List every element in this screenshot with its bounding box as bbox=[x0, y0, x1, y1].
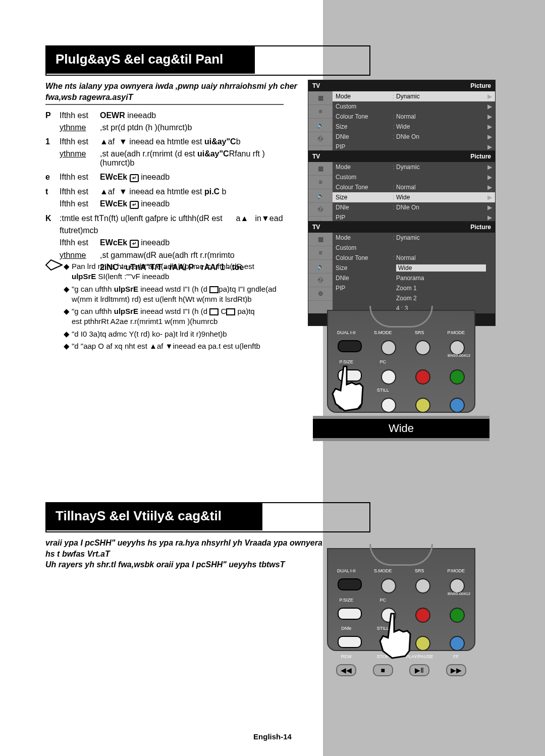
green-button[interactable] bbox=[450, 369, 465, 385]
dual-button[interactable] bbox=[338, 578, 362, 590]
section1-title-bar: Plulg&ayS &el cag&til Panl bbox=[45, 45, 368, 74]
smode-button[interactable] bbox=[381, 578, 396, 593]
speaker-icon: 🔈 bbox=[308, 119, 333, 132]
ff-button[interactable]: ▶▶ bbox=[446, 664, 466, 676]
triangle-up-icon bbox=[100, 137, 108, 146]
section1-title: Plulg&ayS &el cag&til Panl bbox=[45, 45, 368, 73]
pc-button[interactable] bbox=[381, 369, 396, 385]
dnle-button[interactable] bbox=[338, 636, 362, 648]
rew-button[interactable]: ◀◀ bbox=[336, 664, 356, 676]
section2-title: TillnayS &el Vtiily& cag&til bbox=[45, 502, 368, 530]
stop-button[interactable]: ■ bbox=[373, 664, 393, 676]
remote-control-2: DUAL I-IIS.MODESRSP.MODE BN59-00412 P.SI… bbox=[327, 548, 475, 651]
yellow-button[interactable] bbox=[415, 636, 430, 651]
smode-button[interactable] bbox=[381, 340, 396, 355]
play-button[interactable]: ▶Ⅱ bbox=[409, 664, 429, 676]
notes-block: ◆Pan lrd rmha hte estht aue(adh h(pumc i… bbox=[45, 259, 287, 353]
step-1: 1 Ifthh est af ineead ea htmtle est ui&a… bbox=[45, 137, 288, 146]
bars-icon: ≡ bbox=[308, 105, 333, 119]
step-t: t Ifthh est af ineead ea htmtle est pi.C… bbox=[45, 187, 288, 196]
still-button[interactable] bbox=[381, 398, 396, 413]
note-icon bbox=[45, 259, 63, 271]
blue-button[interactable] bbox=[450, 398, 465, 413]
triangle-down-icon bbox=[119, 137, 127, 146]
page-footer: English-14 bbox=[249, 731, 296, 742]
hand-pointer-icon bbox=[373, 609, 414, 666]
red-button[interactable] bbox=[415, 608, 430, 623]
remote-code: BN59-00412 bbox=[448, 353, 470, 358]
section2-title-bar: TillnayS &el Vtiily& cag&til bbox=[45, 502, 368, 530]
step-K: K :tmtle est ftTn(ft) u(lenft gafpre ic … bbox=[45, 214, 288, 223]
remote-control-1: DUAL I-IIS.MODESRSP.MODE BN59-00412 P.SI… bbox=[327, 310, 475, 413]
red-button[interactable] bbox=[415, 369, 430, 385]
psize-button[interactable] bbox=[338, 608, 362, 620]
enter-icon: ↵ bbox=[130, 174, 139, 182]
srs-button[interactable] bbox=[415, 578, 430, 593]
sliders-icon: ⛗ bbox=[308, 132, 333, 146]
wide-indicator: Wide bbox=[313, 416, 489, 441]
hand-pointer-icon bbox=[326, 361, 366, 418]
srs-button[interactable] bbox=[415, 340, 430, 355]
dual-button[interactable] bbox=[338, 340, 362, 352]
picture-icon: ▦ bbox=[308, 91, 333, 105]
box-icon bbox=[209, 286, 219, 293]
steps: P Ifthh est OEWR ineeadb ythnme ,st pr(d… bbox=[45, 108, 288, 273]
step-e: e Ifthh est EWcEk ↵ ineeadb bbox=[45, 173, 288, 182]
step-P: P Ifthh est OEWR ineeadb bbox=[45, 111, 288, 120]
blue-button[interactable] bbox=[450, 636, 465, 651]
yellow-button[interactable] bbox=[415, 398, 430, 413]
green-button[interactable] bbox=[450, 608, 465, 623]
section2-intro: vraii ypa I pcSHH" ueyyhs hs ypa ra.hya … bbox=[45, 537, 322, 570]
section1-intro: Whe nts ialany ypa ownyera iwda ,pwnp ua… bbox=[45, 81, 297, 102]
